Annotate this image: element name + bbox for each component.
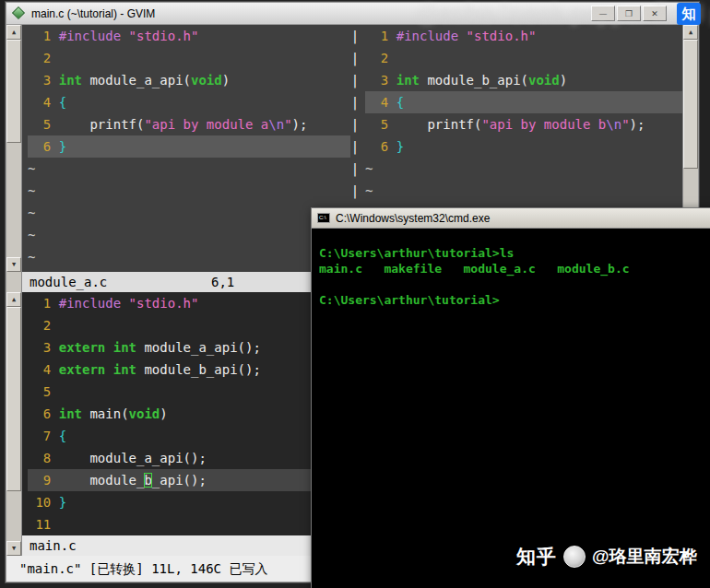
cmd-window: C:\Windows\system32\cmd.exe C:\Users\art… — [311, 207, 710, 588]
code-line: 5 printf("api by module a\n"); — [28, 113, 350, 135]
code-line: 5 printf("api by module b\n"); — [365, 113, 682, 135]
code-line: 1#include "stdio.h" — [28, 25, 350, 47]
scroll-down-icon[interactable] — [6, 257, 21, 272]
maximize-button[interactable]: ❐ — [617, 6, 641, 21]
code-line: ~ — [365, 158, 682, 180]
scroll-down-icon[interactable] — [6, 541, 21, 556]
code-line: ~ — [28, 246, 350, 268]
code-line: 2 — [28, 47, 350, 69]
watermark-handle: @珞里南宏桦 — [592, 545, 697, 569]
cmd-titlebar[interactable]: C:\Windows\system32\cmd.exe — [312, 208, 710, 229]
zhihu-logo-badge: 知 — [677, 3, 701, 25]
scrollbar-module-a[interactable] — [6, 25, 21, 272]
status-ruler: 6,1 — [211, 272, 234, 292]
status-filename: module_a.c — [30, 275, 107, 289]
editor-module-a[interactable]: 1#include "stdio.h"23int module_a_api(vo… — [22, 25, 350, 272]
code-line: ~ — [28, 224, 350, 246]
scroll-up-icon[interactable] — [683, 25, 698, 40]
code-line: 1#include "stdio.h" — [365, 25, 682, 47]
cmd-title: C:\Windows\system32\cmd.exe — [336, 212, 490, 225]
minimize-button[interactable]: — — [591, 6, 615, 21]
window-controls: — ❐ ✕ — [591, 6, 667, 21]
code-line: 6} — [28, 135, 350, 158]
code-line: 4{ — [365, 91, 682, 113]
cmd-output[interactable]: C:\Users\arthur\tutorial>lsmain.c makefi… — [312, 229, 710, 308]
scrollbar-main[interactable] — [6, 292, 21, 556]
cmd-line — [319, 276, 710, 292]
gvim-icon — [12, 6, 26, 20]
cmd-line: C:\Users\arthur\tutorial> — [319, 292, 710, 308]
gvim-title: main.c (~\tutorial) - GVIM — [31, 7, 155, 20]
scrollbar-thumb[interactable] — [683, 40, 698, 169]
cmd-line: main.c makefile module_a.c module_b.c — [319, 261, 710, 276]
cmd-icon — [317, 213, 330, 223]
scrollbar-thumb[interactable] — [6, 40, 21, 143]
gvim-titlebar[interactable]: main.c (~\tutorial) - GVIM — ❐ ✕ — [6, 3, 698, 25]
code-line: 3int module_b_api(void) — [365, 69, 682, 91]
close-button[interactable]: ✕ — [643, 6, 667, 21]
code-line: 3int module_a_api(void) — [28, 69, 350, 91]
code-line: ~ — [365, 180, 682, 202]
watermark-avatar-icon — [563, 546, 586, 568]
code-line: 6} — [365, 135, 682, 158]
code-line: ~ — [28, 180, 350, 202]
status-filename: main.c — [30, 538, 77, 553]
watermark: 知乎 @珞里南宏桦 — [516, 544, 697, 570]
code-line: 2 — [365, 47, 682, 69]
cmd-line: C:\Users\arthur\tutorial>ls — [319, 245, 710, 261]
scroll-up-icon[interactable] — [6, 292, 21, 307]
left-scrollbar-column — [6, 25, 22, 556]
scroll-up-icon[interactable] — [6, 25, 21, 40]
screen: @echo "cook pepper fired pota main.c (~\… — [0, 0, 710, 588]
scrollbar-thumb[interactable] — [6, 307, 21, 491]
watermark-brand: 知乎 — [516, 544, 557, 570]
code-line: ~ — [28, 202, 350, 224]
code-line: 4{ — [28, 91, 350, 113]
code-line: ~ — [28, 158, 350, 180]
